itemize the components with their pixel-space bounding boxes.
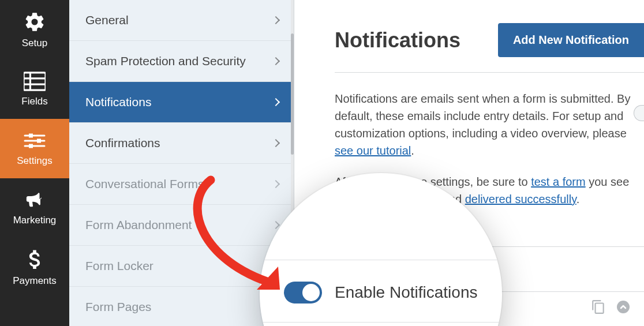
chevron-right-icon xyxy=(272,139,280,147)
main-nav: Setup Fields Settings xyxy=(0,0,69,326)
header-divider xyxy=(335,72,644,73)
delivered-successfully-link[interactable]: delivered successfully xyxy=(465,193,576,205)
nav-item-fields[interactable]: Fields xyxy=(0,59,69,119)
desc-p1-pre: Notifications are emails sent when a for… xyxy=(335,92,630,140)
add-new-notification-button[interactable]: Add New Notification xyxy=(498,23,644,57)
subpanel-label: Form Pages xyxy=(85,300,151,314)
nav-label-marketing: Marketing xyxy=(13,215,57,226)
chevron-right-icon xyxy=(272,180,280,188)
bullhorn-icon xyxy=(23,190,46,210)
list-icon xyxy=(24,72,46,91)
subpanel-label: Conversational Forms xyxy=(85,177,204,191)
chevron-right-icon xyxy=(272,57,280,65)
gear-icon xyxy=(24,11,46,33)
subpanel-label: Notifications xyxy=(85,95,151,109)
duplicate-icon[interactable] xyxy=(591,299,606,317)
subpanel-label: Form Abandonment xyxy=(85,218,192,232)
test-form-link[interactable]: test a form xyxy=(531,175,585,188)
subpanel-item-conversational[interactable]: Conversational Forms xyxy=(69,164,294,205)
svg-rect-8 xyxy=(37,138,41,143)
nav-label-setup: Setup xyxy=(22,38,47,49)
enable-notifications-label: Enable Notifications xyxy=(335,283,477,302)
nav-item-setup[interactable]: Setup xyxy=(0,0,69,59)
subpanel-label: Confirmations xyxy=(85,136,160,150)
subpanel-label: General xyxy=(85,13,129,27)
subpanel-scrollbar-thumb[interactable] xyxy=(291,33,294,155)
subpanel-label: Form Locker xyxy=(85,259,153,273)
page-title: Notifications xyxy=(335,28,460,53)
enable-notifications-toggle[interactable] xyxy=(284,282,322,303)
subpanel-item-confirmations[interactable]: Confirmations xyxy=(69,123,294,164)
subpanel-item-notifications[interactable]: Notifications xyxy=(69,82,294,123)
nav-item-marketing[interactable]: Marketing xyxy=(0,178,69,238)
subpanel-item-general[interactable]: General xyxy=(69,0,294,41)
nav-label-fields: Fields xyxy=(21,96,47,107)
svg-rect-7 xyxy=(29,133,33,137)
chevron-right-icon xyxy=(272,98,280,106)
chevron-right-icon xyxy=(272,16,280,24)
svg-point-10 xyxy=(617,301,630,313)
svg-rect-9 xyxy=(29,144,33,148)
nav-label-payments: Payments xyxy=(13,275,57,287)
desc-p2-post: . xyxy=(576,193,580,205)
see-tutorial-link[interactable]: see our tutorial xyxy=(335,144,411,157)
sliders-icon xyxy=(23,131,46,151)
subpanel-label: Spam Protection and Security xyxy=(85,54,246,68)
nav-label-settings: Settings xyxy=(17,155,52,167)
subpanel-item-formabandonment[interactable]: Form Abandonment xyxy=(69,205,294,246)
svg-rect-0 xyxy=(24,72,46,89)
nav-item-payments[interactable]: Payments xyxy=(0,238,69,297)
dollar-icon xyxy=(27,249,42,271)
collapse-up-icon[interactable] xyxy=(616,300,630,316)
toggle-knob xyxy=(302,284,320,301)
nav-item-settings[interactable]: Settings xyxy=(0,119,69,178)
desc-p1-post: . xyxy=(411,144,414,157)
subpanel-item-spam[interactable]: Spam Protection and Security xyxy=(69,41,294,82)
